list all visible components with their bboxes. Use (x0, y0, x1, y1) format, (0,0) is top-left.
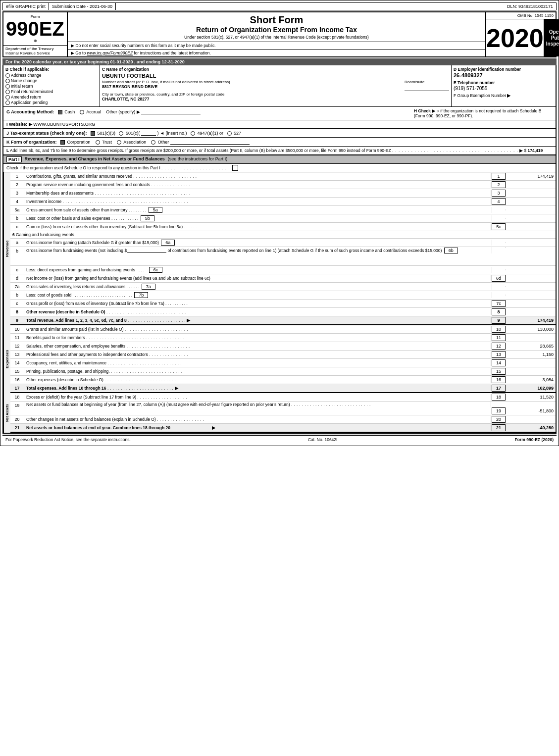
row-num: c (10, 301, 24, 306)
row-value (506, 295, 556, 296)
check-name[interactable]: Name change (5, 78, 98, 83)
other-input[interactable] (141, 108, 201, 114)
table-row: 1 Contributions, gifts, grants, and simi… (10, 172, 556, 181)
row-value: -51,800 (506, 402, 556, 414)
check-address[interactable]: Address change (5, 73, 98, 78)
expenses-label: Expenses (3, 325, 10, 393)
submission-date: Submission Date - 2021-06-30 (49, 3, 116, 10)
b-check-section: B Check if applicable: Address change Na… (3, 65, 100, 106)
table-row: 8 Other revenue (describe in Schedule O)… (10, 308, 556, 316)
row-num: 3 (10, 190, 24, 196)
j-4947-check[interactable] (191, 131, 195, 136)
j-insert-box[interactable] (141, 130, 156, 136)
footer-paperwork: For Paperwork Reduction Act Notice, see … (5, 437, 131, 442)
k-assoc-check[interactable] (117, 140, 121, 145)
j-label: J Tax-exempt status (check only one): (6, 131, 87, 136)
cash-checkbox[interactable] (58, 110, 62, 114)
final-circle (5, 90, 10, 94)
table-row: b Gross income from fundraising events (… (10, 247, 556, 266)
row-num: 1 (10, 173, 24, 179)
title1: Short Form (70, 14, 483, 26)
room-value (405, 84, 449, 91)
footer-cat: Cat. No. 10642I (308, 437, 338, 442)
row-num-box: 16 (492, 376, 506, 383)
j-527-check[interactable] (227, 131, 232, 136)
j-527-label: 527 (234, 131, 241, 136)
k-other-input[interactable] (170, 139, 250, 145)
row-spacer (492, 242, 506, 243)
j-4947-label: 4947(a)(1) or (197, 131, 223, 136)
row-value: 174,419 (506, 173, 556, 179)
row-num: 20 (10, 416, 24, 422)
schedule-checkbox[interactable] (232, 165, 238, 171)
net-assets-rows: 18 Excess or (deficit) for the year (Sub… (10, 393, 556, 433)
open-label: Open to Public Inspection (546, 29, 559, 47)
j-501c3-label: 501(c)(3) (97, 131, 115, 136)
cash-label: Cash (64, 109, 75, 114)
k-other-label: Other (158, 140, 169, 145)
row-num: 19 (10, 402, 24, 408)
row-spacer (492, 247, 506, 248)
row-label: Occupancy, rent, utilities, and maintena… (24, 360, 491, 366)
check-final[interactable]: Final return/terminated (5, 89, 98, 94)
row-label: Total revenue. Add lines 1, 2, 3, 4, 5c,… (24, 317, 491, 323)
row-value (506, 184, 556, 185)
table-row: 11 Benefits paid to or for members . . .… (10, 334, 556, 342)
row-num: 12 (10, 343, 24, 349)
row-label: Professional fees and other payments to … (24, 352, 491, 357)
org-name: UBUNTU FOOTBALL (102, 73, 449, 79)
dept: Department of the Treasury (5, 47, 65, 51)
f-arrow: ▶ (507, 93, 510, 98)
j-501c-check[interactable] (119, 131, 123, 136)
i-label: I Website: ▶ (6, 122, 32, 127)
row-num-box: 17 (492, 385, 506, 392)
check-pending[interactable]: Application pending (5, 100, 98, 105)
name-label: Name change (11, 78, 37, 83)
row-label: Salaries, other compensation, and employ… (24, 343, 491, 349)
i-row: I Website: ▶ WWW.UBUNTUSPORTS.ORG (3, 120, 556, 129)
room-label: Room/suite (405, 80, 449, 84)
part1-header: Part I Revenue, Expenses, and Changes in… (3, 155, 556, 164)
table-row: 2 Program service revenue including gove… (10, 181, 556, 189)
row-label: Other revenue (describe in Schedule O) .… (24, 309, 491, 315)
city-value: CHARLOTTE, NC 28277 (102, 97, 449, 101)
row-spacer (492, 269, 506, 270)
g-row: G Accounting Method: Cash Accrual Other … (3, 107, 556, 120)
check-amended[interactable]: Amended return (5, 95, 98, 100)
omb-number: OMB No. 1545-1150 (486, 12, 556, 19)
row-value (506, 201, 556, 202)
accrual-checkbox[interactable] (80, 110, 84, 114)
k-corp-check[interactable] (60, 140, 65, 145)
row-num: 16 (10, 377, 24, 383)
row-label: Membership dues and assessments . . . . … (24, 190, 491, 196)
row-num: 8 (10, 309, 24, 315)
dln: DLN: 93492181002171 (504, 3, 556, 10)
j-501c3-check[interactable] (91, 131, 95, 136)
row-value (506, 311, 556, 312)
row-num-box: 11 (492, 334, 506, 341)
row-label: Gross income from gaming (attach Schedul… (24, 240, 492, 246)
row-num: 5a (10, 207, 24, 213)
table-row: 5a Gross amount from sale of assets othe… (10, 206, 556, 214)
expenses-section: Expenses 10 Grants and similar amounts p… (3, 325, 556, 393)
row-label: Grants and similar amounts paid (list in… (24, 326, 491, 332)
k-trust-label: Trust (102, 140, 112, 145)
row-num: b (10, 292, 24, 298)
notice1: ▶ Do not enter social security numbers o… (68, 42, 485, 50)
city-label: City or town, state or province, country… (102, 92, 449, 97)
row-label: Less: direct expenses from gaming and fu… (24, 267, 492, 273)
row-label: Net assets or fund balances at beginning… (24, 402, 491, 407)
check-initial[interactable]: Initial return (5, 84, 98, 89)
row-value (506, 362, 556, 363)
row-label: Other expenses (describe in Schedule O) … (24, 377, 491, 383)
part1-label: Part I (6, 156, 22, 162)
k-other-check[interactable] (151, 140, 155, 145)
footer-form: Form 990-EZ (2020) (515, 437, 554, 442)
row-num-box: 9 (492, 317, 506, 324)
notice2-link[interactable]: www.irs.gov/Form990EZ (87, 50, 133, 55)
row-num-box: 2 (492, 181, 506, 188)
row-value (506, 371, 556, 372)
row-num-box: 19 (492, 407, 506, 414)
row-label: Gross profit or (loss) from sales of inv… (24, 301, 491, 306)
k-trust-check[interactable] (96, 140, 100, 145)
